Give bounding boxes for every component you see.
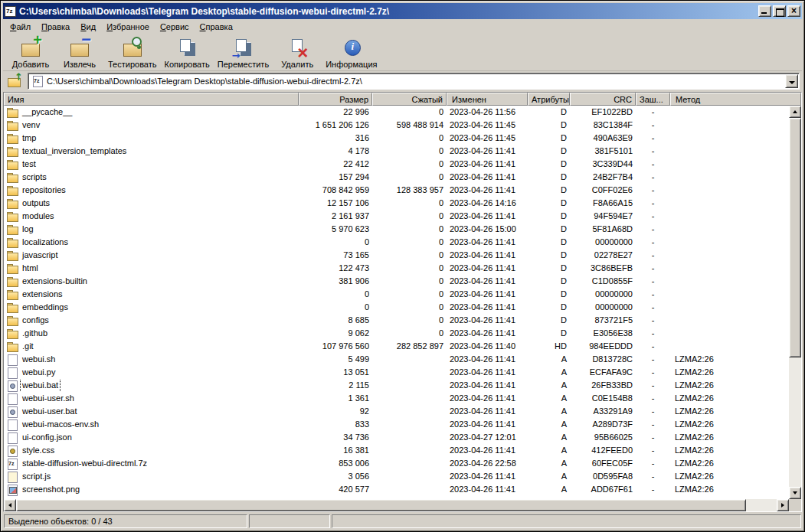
app-icon [5, 6, 16, 17]
file-modified: 2023-04-26 11:41 [447, 249, 528, 262]
list-row-pycache[interactable]: __pycache__ 22 996 0 2023-04-26 11:56 D … [4, 106, 789, 119]
list-row-configs[interactable]: configs 8 685 0 2023-04-26 11:41 D 87372… [4, 314, 789, 327]
toolbar-button-move[interactable]: Переместить [214, 36, 273, 70]
column-header-crc[interactable]: CRC [570, 93, 636, 106]
file-size: 5 499 [299, 353, 372, 366]
menu-item-help[interactable]: Справка [195, 21, 238, 34]
file-size: 0 [299, 301, 372, 314]
list-row-extensions[interactable]: extensions 0 0 2023-04-26 11:41 D 000000… [4, 288, 789, 301]
horizontal-scroll-track[interactable] [16, 499, 777, 511]
column-header-name[interactable]: Имя [4, 93, 299, 106]
list-row-stable-diffusion-webui-directml-7z[interactable]: stable-diffusion-webui-directml.7z 853 0… [4, 457, 789, 470]
file-size: 107 976 560 [299, 340, 372, 353]
file-size: 16 381 [299, 444, 372, 457]
file-attributes: A [528, 353, 570, 366]
chevron-down-icon[interactable] [785, 74, 798, 88]
name-cell: scripts [4, 171, 299, 184]
toolbar-button-test[interactable]: Тестировать [104, 36, 161, 70]
list-row-venv[interactable]: venv 1 651 206 126 598 488 914 2023-04-2… [4, 119, 789, 132]
file-crc: A289D73F [570, 418, 636, 431]
column-header-attributes[interactable]: Атрибуты [528, 93, 570, 106]
vertical-scroll-track[interactable] [789, 118, 801, 487]
up-folder-icon[interactable] [5, 73, 24, 90]
list-row-scripts[interactable]: scripts 157 294 0 2023-04-26 11:41 D 24B… [4, 171, 789, 184]
list-row-ui-config-json[interactable]: ui-config.json 34 736 2023-04-27 12:01 A… [4, 431, 789, 444]
file-encrypted: - [636, 223, 670, 236]
menu-item-file[interactable]: Файл [5, 21, 36, 34]
toolbar-button-delete[interactable]: Удалить [273, 36, 322, 70]
column-header-size[interactable]: Размер [299, 93, 372, 106]
scroll-right-icon[interactable] [777, 499, 789, 511]
vertical-scroll-thumb[interactable] [789, 118, 801, 357]
file-method [670, 275, 789, 288]
file-compressed-size [372, 366, 447, 379]
list-row-extensions-builtin[interactable]: extensions-builtin 381 906 0 2023-04-26 … [4, 275, 789, 288]
file-encrypted: - [636, 314, 670, 327]
list-row-webui-macos-env-sh[interactable]: webui-macos-env.sh 833 2023-04-26 11:41 … [4, 418, 789, 431]
list-row-log[interactable]: log 5 970 623 0 2023-04-26 15:00 D 5F81A… [4, 223, 789, 236]
column-header-encrypted[interactable]: Заш... [636, 93, 670, 106]
file-icon [6, 237, 18, 248]
file-size: 4 178 [299, 145, 372, 158]
menu-item-favorites[interactable]: Избранное [101, 21, 155, 34]
list-row-outputs[interactable]: outputs 12 157 106 0 2023-04-26 14:16 D … [4, 197, 789, 210]
file-crc: 00000000 [570, 236, 636, 249]
scroll-up-icon[interactable] [789, 106, 801, 118]
file-method [670, 301, 789, 314]
file-name: test [21, 158, 38, 171]
close-icon[interactable] [787, 5, 800, 17]
file-method [670, 132, 789, 145]
list-row-webui-py[interactable]: webui.py 13 051 2023-04-26 11:41 A ECFAF… [4, 366, 789, 379]
list-row-webui-user-sh[interactable]: webui-user.sh 1 361 2023-04-26 11:41 A C… [4, 392, 789, 405]
list-row-webui-user-bat[interactable]: webui-user.bat 92 2023-04-26 11:41 A A33… [4, 405, 789, 418]
file-attributes: A [528, 418, 570, 431]
file-compressed-size: 0 [372, 223, 447, 236]
list-row-localizations[interactable]: localizations 0 0 2023-04-26 11:41 D 000… [4, 236, 789, 249]
list-row-style-css[interactable]: style.css 16 381 2023-04-26 11:41 A 412F… [4, 444, 789, 457]
list-row-screenshot-png[interactable]: screenshot.png 420 577 2023-04-26 11:41 … [4, 483, 789, 496]
list-row-javascript[interactable]: javascript 73 165 0 2023-04-26 11:41 D 0… [4, 249, 789, 262]
vertical-scrollbar[interactable] [789, 106, 801, 499]
column-header-compressed[interactable]: Сжатый [372, 93, 447, 106]
horizontal-scroll-thumb[interactable] [16, 499, 746, 511]
toolbar-button-extract[interactable]: Извлечь [55, 36, 104, 70]
file-attributes: A [528, 483, 570, 496]
list-row-modules[interactable]: modules 2 161 937 0 2023-04-26 11:41 D 9… [4, 210, 789, 223]
list-row-repositories[interactable]: repositories 708 842 959 128 383 957 202… [4, 184, 789, 197]
list-row-tmp[interactable]: tmp 316 0 2023-04-26 11:45 D 490A63E9 - [4, 132, 789, 145]
file-modified: 2023-04-26 11:41 [447, 184, 528, 197]
toolbar-button-copy[interactable]: Копировать [161, 36, 214, 70]
file-compressed-size: 0 [372, 327, 447, 340]
list-row-webui-bat[interactable]: webui.bat 2 115 2023-04-26 11:41 A 26FB3… [4, 379, 789, 392]
minimize-icon[interactable] [758, 5, 771, 17]
scroll-down-icon[interactable] [789, 487, 801, 499]
list-row-embeddings[interactable]: embeddings 0 0 2023-04-26 11:41 D 000000… [4, 301, 789, 314]
file-compressed-size: 0 [372, 158, 447, 171]
list-row-test[interactable]: test 22 412 0 2023-04-26 11:41 D 3C339D4… [4, 158, 789, 171]
scroll-left-icon[interactable] [4, 499, 16, 511]
file-crc: D813728C [570, 353, 636, 366]
file-crc: 490A63E9 [570, 132, 636, 145]
file-icon [6, 341, 18, 352]
toolbar-icon-info [339, 37, 364, 59]
menu-item-tools[interactable]: Сервис [155, 21, 195, 34]
list-row-github[interactable]: .github 9 062 0 2023-04-26 11:41 D E3056… [4, 327, 789, 340]
file-encrypted: - [636, 431, 670, 444]
file-modified: 2023-04-26 11:41 [447, 470, 528, 483]
maximize-icon[interactable] [773, 5, 786, 17]
toolbar-button-info[interactable]: Информация [322, 36, 381, 70]
toolbar-button-add[interactable]: Добавить [6, 36, 55, 70]
column-header-method[interactable]: Метод [670, 93, 801, 106]
title-bar[interactable]: C:\Users\chimbal\Downloads\Telegram Desk… [3, 3, 802, 19]
address-combobox[interactable]: C:\Users\chimbal\Downloads\Telegram Desk… [28, 73, 800, 90]
list-row-webui-sh[interactable]: webui.sh 5 499 2023-04-26 11:41 A D81372… [4, 353, 789, 366]
column-header-modified[interactable]: Изменен [447, 93, 528, 106]
horizontal-scrollbar[interactable] [4, 499, 789, 511]
file-method [670, 119, 789, 132]
list-row-textual-inversion-templates[interactable]: textual_inversion_templates 4 178 0 2023… [4, 145, 789, 158]
list-row-script-js[interactable]: script.js 3 056 2023-04-26 11:41 A 0D595… [4, 470, 789, 483]
list-row-html[interactable]: html 122 473 0 2023-04-26 11:41 D 3C86BE… [4, 262, 789, 275]
list-row-git[interactable]: .git 107 976 560 282 852 897 2023-04-26 … [4, 340, 789, 353]
file-modified: 2023-04-26 11:56 [447, 106, 528, 119]
file-name: style.css [21, 444, 56, 457]
